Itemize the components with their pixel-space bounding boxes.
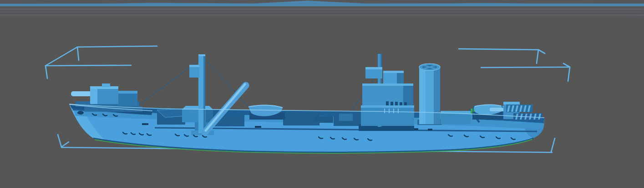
bbox-vertical-back-left-tick	[77, 47, 79, 60]
aft-deckhouse	[441, 109, 475, 124]
viewport-3d[interactable]	[0, 0, 644, 188]
bbox-vertical-front-left-top-tick	[46, 66, 47, 78]
bridge-superstructure	[359, 54, 414, 131]
bbox-vertical-front-right-top-tick	[568, 67, 570, 81]
bbox-top-right-edge-tick1	[538, 50, 545, 53]
bbox-top-back-right-tick	[459, 49, 538, 50]
bbox-vertical-front-left-bottom-tick	[58, 135, 61, 147]
aft-lifeboat	[472, 105, 506, 120]
midship-lifeboat	[248, 105, 285, 120]
forecastle-panel	[84, 106, 142, 112]
model-layer	[0, 0, 644, 188]
winch-house	[182, 106, 213, 122]
ship-model[interactable]	[69, 54, 544, 153]
bbox-vertical-front-right-bottom-tick	[551, 138, 555, 152]
deck-block	[314, 116, 333, 123]
bbox-bottom-left-tick	[61, 142, 69, 147]
deck-block	[339, 114, 353, 121]
bbox-vertical-back-right-tick	[537, 50, 538, 63]
bbox-top-front-left-tick	[46, 65, 131, 66]
bbox-top-back-left-tick	[77, 46, 157, 47]
anchor-hawse	[77, 111, 84, 115]
bbox-top-front-right-tick	[481, 67, 570, 68]
funnel	[417, 64, 442, 125]
bbox-top-left-edge	[46, 47, 77, 66]
stern-gun-barrel	[490, 108, 505, 111]
